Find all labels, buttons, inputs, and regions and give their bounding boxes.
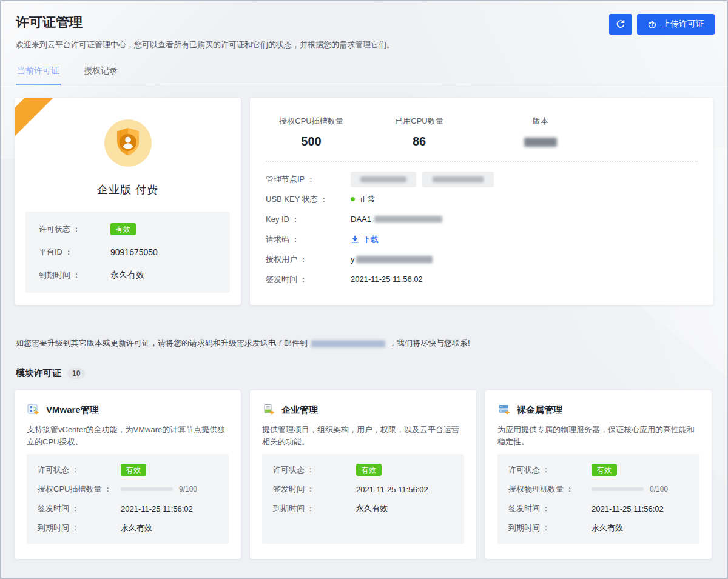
- license-status-label: 许可状态 ：: [39, 224, 110, 235]
- tab-bar: 当前许可证 授权记录: [1, 65, 727, 85]
- module-issue-value: 2021-11-25 11:56:02: [121, 504, 193, 514]
- enterprise-module-icon: [262, 403, 275, 417]
- module-quota-value: 0/100: [592, 485, 668, 494]
- stat-value: 86: [374, 135, 465, 149]
- refresh-button[interactable]: [609, 14, 632, 35]
- license-status-badge: 有效: [110, 223, 136, 235]
- page-header: 许可证管理 欢迎来到云平台许可证管理中心，您可以查看所有已购买的许可证和它们的状…: [1, 1, 727, 50]
- mgmt-ip-label: 管理节点IP ：: [266, 174, 351, 185]
- authorized-user-label: 授权用户 ：: [266, 254, 351, 265]
- download-icon: [351, 235, 359, 244]
- usb-key-status-value: 正常: [351, 194, 376, 205]
- masked-ip-value: [433, 176, 484, 182]
- module-expire-value: 永久有效: [592, 523, 623, 534]
- module-status-row: 许可状态 ： 有效: [273, 460, 453, 480]
- tab-authorization-records[interactable]: 授权记录: [83, 65, 119, 85]
- module-quota-value: 9/100: [121, 485, 197, 494]
- masked-ip-value: [360, 176, 406, 182]
- module-issue-row: 签发时间 ： 2021-11-25 11:56:02: [508, 499, 689, 518]
- module-issue-row: 签发时间 ： 2021-11-25 11:56:02: [273, 480, 453, 499]
- upload-license-button[interactable]: 上传许可证: [637, 14, 715, 35]
- notice-text-part2: ，我们将尽快与您联系!: [389, 338, 470, 347]
- license-management-page: 许可证管理 欢迎来到云平台许可证管理中心，您可以查看所有已购买的许可证和它们的状…: [0, 0, 728, 579]
- issue-time-row: 签发时间 ： 2021-11-25 11:56:02: [266, 269, 698, 289]
- module-issue-label: 签发时间 ：: [508, 503, 592, 514]
- module-description: 为应用提供专属的物理服务器，保证核心应用的高性能和稳定性。: [497, 424, 699, 449]
- stat-value: 500: [266, 135, 357, 149]
- request-code-row: 请求码 ： 下载: [266, 229, 698, 249]
- authorized-user-value: y: [351, 255, 433, 264]
- license-edition-title: 企业版 付费: [15, 182, 241, 197]
- issue-time-label: 签发时间 ：: [266, 274, 351, 285]
- module-issue-row: 签发时间 ： 2021-11-25 11:56:02: [38, 499, 218, 518]
- mgmt-ip-values: [351, 172, 500, 187]
- platform-id-row: 平台ID ： 9091675050: [39, 241, 217, 264]
- key-id-label: Key ID ：: [266, 214, 351, 225]
- module-status-row: 许可状态 ： 有效: [38, 460, 218, 480]
- ip-chip: [351, 172, 416, 187]
- module-card-header: 裸金属管理: [497, 403, 699, 417]
- mgmt-ip-row: 管理节点IP ：: [266, 169, 698, 189]
- module-status-badge: 有效: [121, 464, 146, 476]
- module-quota-row: 授权CPU插槽数量 ： 9/100: [38, 480, 218, 499]
- module-card-header: 企业管理: [262, 403, 464, 417]
- module-card-vmware: VMware管理 支持接管vCenter的全功能，为VMware的计算节点提供独…: [15, 390, 241, 559]
- module-info-panel: 许可状态 ： 有效 授权物理机数量 ： 0/100 签发时间 ： 2021-11…: [497, 454, 699, 544]
- platform-id-value: 9091675050: [110, 247, 158, 257]
- license-info-panel: 许可状态 ： 有效 平台ID ： 9091675050 到期时间 ： 永久有效: [25, 212, 230, 293]
- download-request-code-link[interactable]: 下载: [351, 234, 379, 245]
- stat-label: 已用CPU数量: [374, 116, 465, 127]
- status-ok-dot: [351, 197, 355, 201]
- platform-id-label: 平台ID ：: [39, 247, 110, 258]
- usb-key-status-text: 正常: [360, 194, 376, 205]
- dotted-divider: [266, 161, 698, 162]
- tab-current-license[interactable]: 当前许可证: [16, 65, 61, 85]
- module-expire-value: 永久有效: [121, 523, 152, 534]
- module-quota-row: 授权物理机数量 ： 0/100: [508, 480, 689, 499]
- quota-ratio-text: 9/100: [179, 485, 197, 494]
- notice-text-part1: 如您需要升级到其它版本或更新许可证，请将您的请求码和升级需求发送电子邮件到: [16, 338, 308, 347]
- expire-time-row: 到期时间 ： 永久有效: [39, 264, 217, 287]
- module-status-label: 许可状态 ：: [273, 464, 356, 475]
- module-status-badge: 有效: [592, 464, 617, 476]
- usb-key-status-row: USB KEY 状态 ： 正常: [266, 189, 698, 209]
- issue-time-value: 2021-11-25 11:56:02: [351, 275, 423, 284]
- module-card-baremetal: 裸金属管理 为应用提供专属的物理服务器，保证核心应用的高性能和稳定性。 许可状态…: [485, 390, 712, 559]
- module-status-label: 许可状态 ：: [38, 464, 121, 475]
- module-expire-value: 永久有效: [356, 503, 388, 514]
- module-expire-label: 到期时间 ：: [38, 523, 121, 534]
- quota-ratio-text: 0/100: [650, 485, 668, 494]
- refresh-icon: [616, 19, 625, 29]
- module-issue-label: 签发时间 ：: [273, 484, 356, 495]
- license-stats: 授权CPU插槽数量 500 已用CPU数量 86 版本: [266, 116, 698, 149]
- stat-label: 版本: [495, 116, 586, 127]
- page-subtitle: 欢迎来到云平台许可证管理中心，您可以查看所有已购买的许可证和它们的状态，并根据您…: [16, 39, 712, 50]
- module-issue-value: 2021-11-25 11:56:02: [592, 504, 664, 514]
- shield-user-icon: [104, 119, 152, 167]
- module-title: 裸金属管理: [517, 404, 562, 416]
- baremetal-module-icon: [497, 403, 511, 417]
- module-quota-label: 授权CPU插槽数量 ：: [38, 484, 121, 495]
- page-title: 许可证管理: [16, 13, 712, 32]
- module-description: 支持接管vCenter的全功能，为VMware的计算节点提供独立的CPU授权。: [27, 424, 229, 449]
- quota-progress-bar: [121, 487, 173, 491]
- module-cards-row: VMware管理 支持接管vCenter的全功能，为VMware的计算节点提供独…: [15, 390, 713, 559]
- module-count-badge: 10: [67, 368, 85, 379]
- module-expire-label: 到期时间 ：: [508, 523, 592, 534]
- license-badge-wrap: [15, 119, 241, 167]
- module-expire-row: 到期时间 ： 永久有效: [38, 518, 218, 538]
- vmware-module-icon: [27, 403, 40, 417]
- module-quota-label: 授权物理机数量 ：: [508, 484, 592, 495]
- expire-time-value: 永久有效: [110, 270, 144, 281]
- module-info-panel: 许可状态 ： 有效 签发时间 ： 2021-11-25 11:56:02 到期时…: [262, 454, 464, 544]
- masked-key-id: [374, 216, 442, 223]
- key-id-row: Key ID ： DAA1: [266, 209, 698, 229]
- module-info-panel: 许可状态 ： 有效 授权CPU插槽数量 ： 9/100 签发时间 ： 2021-…: [27, 454, 229, 544]
- masked-user-value: [356, 256, 433, 263]
- license-status-row: 许可状态 ： 有效: [39, 218, 217, 241]
- module-title: VMware管理: [46, 404, 99, 416]
- ip-chip: [422, 172, 494, 187]
- request-code-label: 请求码 ：: [266, 234, 351, 245]
- request-code-value: 下载: [351, 234, 379, 245]
- module-card-enterprise: 企业管理 提供管理项目，组织架构，用户，权限，以及云平台运营相关的功能。 许可状…: [250, 390, 476, 559]
